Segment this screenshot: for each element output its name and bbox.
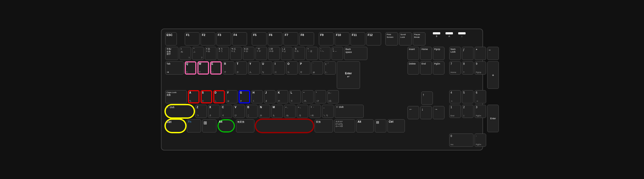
key-f5[interactable]: F5 (252, 32, 267, 45)
key-f3[interactable]: F3 (216, 32, 231, 45)
key-p[interactable]: P せ (299, 61, 310, 75)
key-l[interactable]: L り (289, 90, 301, 103)
key-o[interactable]: O ら (286, 61, 298, 75)
key-esc[interactable]: ESC (165, 32, 177, 45)
key-u[interactable]: U な (261, 61, 272, 75)
key-f6[interactable]: F6 (268, 32, 282, 45)
key-f[interactable]: F は (226, 90, 238, 103)
key-muhenkan[interactable]: 無変換 (236, 119, 254, 132)
key-hankaku[interactable]: 半角/全角漢字 (165, 47, 178, 60)
key-home[interactable]: Home (420, 47, 432, 60)
key-num-enter[interactable]: Enter (487, 105, 499, 132)
key-w[interactable]: W て (197, 61, 209, 75)
key-a[interactable]: A ち (188, 90, 200, 103)
key-num1[interactable]: 1 End (449, 105, 461, 118)
key-tab[interactable]: Tab ⇥ (165, 61, 184, 75)
key-arrow-left[interactable]: ← (408, 106, 419, 119)
key-f10[interactable]: F10 (335, 32, 349, 45)
key-minus[interactable]: =－ ほ (306, 47, 318, 60)
key-v[interactable]: V ひ (233, 105, 245, 118)
key-t[interactable]: T か (235, 61, 247, 75)
key-c[interactable]: C そ (221, 105, 232, 118)
key-8[interactable]: ( ゆ8 ゆ (268, 47, 280, 60)
key-end[interactable]: End (420, 61, 432, 75)
key-f11[interactable]: F11 (351, 32, 365, 45)
key-num-plus[interactable]: + (487, 61, 499, 89)
key-num8[interactable]: 8 ↑ (462, 61, 473, 75)
key-x[interactable]: X さ (208, 105, 220, 118)
key-num4[interactable]: 4 ← (449, 90, 461, 103)
key-bracket-open[interactable]: { 「 [ 。 (324, 61, 336, 75)
key-num2[interactable]: 2 ↓ (462, 105, 473, 118)
key-d[interactable]: D し (213, 90, 225, 103)
key-z[interactable]: Z つ (195, 105, 207, 118)
key-print-screen[interactable]: PrintScreen (385, 32, 398, 45)
key-9[interactable]: ) よ9 よ (281, 47, 292, 60)
key-num-star[interactable]: * (475, 47, 486, 60)
key-enter[interactable]: Enter ↵ (337, 61, 360, 89)
key-num-dot[interactable]: · PgDn (475, 134, 486, 147)
key-1[interactable]: !ぬ 1 (179, 47, 191, 60)
key-pgdn[interactable]: PgDn (433, 61, 444, 75)
key-colon[interactable]: * : け (315, 90, 326, 103)
key-arrow-down[interactable]: ↓ (420, 106, 432, 119)
key-num7[interactable]: 7 Home (449, 61, 461, 75)
key-y[interactable]: Y ん (248, 61, 260, 75)
key-bracket-close[interactable]: } 」 ] む (327, 90, 339, 103)
key-app[interactable]: ▤ (375, 119, 386, 132)
key-henkan[interactable]: 変換 (315, 119, 333, 132)
key-insert[interactable]: Insert (408, 47, 419, 60)
key-shift-right[interactable]: ⇧ Shift (335, 105, 364, 118)
key-b[interactable]: B こ (246, 105, 258, 118)
key-2[interactable]: "ふ 2 (192, 47, 204, 60)
key-f9[interactable]: F9 (319, 32, 334, 45)
key-7[interactable]: ' や7 や (255, 47, 267, 60)
key-semicolon[interactable]: + ; れ (302, 90, 314, 103)
key-scroll-lock[interactable]: ScrollLock (399, 32, 412, 45)
key-r[interactable]: R す (223, 61, 234, 75)
key-slash[interactable]: ? ・ / め (309, 105, 321, 118)
key-katakana[interactable]: カタカナひらがなローマ字 (334, 119, 355, 132)
key-comma[interactable]: < 、 , ね (284, 105, 296, 118)
key-num5[interactable]: 5 (462, 90, 473, 103)
key-f2[interactable]: F2 (201, 32, 215, 45)
key-5[interactable]: % え5 え (230, 47, 242, 60)
key-period[interactable]: > 。 . る (297, 105, 308, 118)
key-win[interactable]: ⊞ (202, 119, 216, 132)
key-f4[interactable]: F4 (232, 32, 247, 45)
key-f1[interactable]: F1 (185, 32, 200, 45)
key-num-minus[interactable]: − (487, 47, 499, 60)
key-i[interactable]: I に (273, 61, 285, 75)
key-e[interactable]: E い (210, 61, 222, 75)
key-num9[interactable]: 9 PgUp (475, 61, 486, 75)
key-num0[interactable]: 0 Ins (449, 134, 473, 147)
key-n[interactable]: N み (259, 105, 270, 118)
key-4[interactable]: $ う4 う (217, 47, 229, 60)
key-yen[interactable]: |¥ — (332, 47, 343, 60)
key-6[interactable]: & お6 お (243, 47, 254, 60)
key-ctrl-left[interactable]: Ctrl (165, 119, 186, 132)
key-numlock[interactable]: NumLock (449, 47, 461, 60)
key-arrow-right[interactable]: → (433, 106, 444, 119)
key-space[interactable] (255, 119, 314, 132)
key-alt-left[interactable]: Alt (217, 119, 235, 132)
key-g[interactable]: G き (239, 90, 250, 103)
key-pause-break[interactable]: PauseBreak (413, 32, 425, 45)
key-fn[interactable]: Fn (187, 119, 201, 132)
key-pgup[interactable]: PgUp (433, 47, 444, 60)
key-num3[interactable]: 3 PgDn (475, 105, 486, 118)
key-0[interactable]: を0 わ (293, 47, 305, 60)
key-delete[interactable]: Delete (408, 61, 419, 75)
key-num6[interactable]: 6 → (475, 90, 486, 103)
key-m[interactable]: M も (271, 105, 283, 118)
key-h[interactable]: H く (251, 90, 263, 103)
key-num-slash[interactable]: / (462, 47, 473, 60)
key-f8[interactable]: F8 (299, 32, 314, 45)
key-f12[interactable]: F12 (366, 32, 381, 45)
key-backspace[interactable]: Backspace (344, 47, 367, 60)
key-at[interactable]: ` @ (311, 61, 323, 75)
key-equal[interactable]: ~^ へ (319, 47, 330, 60)
key-shift-left[interactable]: ⇧ Shift (165, 105, 194, 118)
key-j[interactable]: J ま (264, 90, 276, 103)
key-ctrl-right[interactable]: Ctrl (387, 119, 405, 132)
